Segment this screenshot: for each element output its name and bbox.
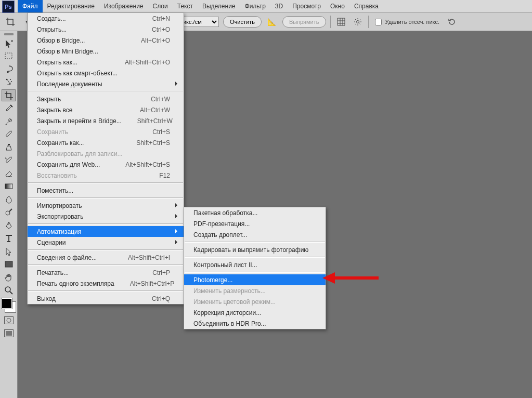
menu-текст[interactable]: Текст [173,0,198,12]
delete-cropped-checkbox[interactable]: Удалить отсеч. пикс. [373,17,440,27]
menu-item-label: Открыть как... [37,59,109,66]
blur-tool[interactable] [2,193,16,205]
menu-фильтр[interactable]: Фильтр [240,0,270,12]
menu-separator [28,197,183,198]
menu-separator [28,91,183,92]
move-tool[interactable] [2,37,16,49]
separator [368,16,369,28]
reset-icon[interactable] [446,16,458,28]
brush-tool[interactable] [2,128,16,140]
menu-справка[interactable]: Справка [349,0,383,12]
menu-item-shortcut: Alt+Shift+Ctrl+O [125,59,170,66]
dodge-tool[interactable] [2,206,16,218]
file-menu-item-23[interactable]: Сценарии [28,237,184,248]
automation-item-0[interactable]: Пакетная обработка... [184,207,326,218]
file-menu-item-28[interactable]: Печать одного экземпляраAlt+Shift+Ctrl+P [28,278,184,289]
menu-редактирование[interactable]: Редактирование [43,0,99,12]
rectangle-tool[interactable] [2,258,16,270]
menu-item-label: Закрыть и перейти в Bridge... [37,117,122,125]
file-menu-item-9[interactable]: Закрыть всеAlt+Ctrl+W [28,104,184,115]
file-menu-item-12[interactable]: Сохранить как...Shift+Ctrl+S [28,137,184,148]
menu-item-label: Сохранить [37,128,137,136]
file-menu-item-8[interactable]: ЗакрытьCtrl+W [28,94,184,104]
menu-item-label: Создать дроплет... [193,231,312,238]
menu-item-label: Закрыть [37,96,135,103]
tools-panel [0,31,18,398]
menu-item-label: Разблокировать для записи... [37,150,170,157]
file-menu-item-15: ВосстановитьF12 [28,170,184,181]
menu-item-label: Печать одного экземпляра [37,280,114,287]
menu-выделение[interactable]: Выделение [198,0,240,12]
file-menu-item-11: СохранитьCtrl+S [28,126,184,137]
foreground-swatch[interactable] [2,298,12,309]
grid-overlay-icon[interactable] [335,16,347,28]
menu-item-label: Импортировать [37,202,170,209]
hand-tool[interactable] [2,271,16,283]
healing-tool[interactable] [2,115,16,127]
menu-3d[interactable]: 3D [270,0,288,12]
svg-point-2 [6,79,7,81]
path-select-tool[interactable] [2,245,16,257]
menu-item-label: Закрыть все [37,107,124,114]
file-menu-item-19[interactable]: Импортировать [28,200,184,211]
menu-просмотр[interactable]: Просмотр [288,0,326,12]
marquee-tool[interactable] [2,50,16,62]
gradient-tool[interactable] [2,180,16,192]
crop-tool[interactable] [2,89,16,101]
lasso-tool[interactable] [2,63,16,75]
history-brush-tool[interactable] [2,154,16,166]
file-menu-item-6[interactable]: Последние документы [28,78,184,89]
delete-cropped-label: Удалить отсеч. пикс. [385,19,440,25]
menu-item-label: Photomerge... [193,276,312,284]
menu-файл[interactable]: Файл [18,0,43,12]
menu-item-label: Объединить в HDR Pro... [193,320,312,327]
file-menu-item-27[interactable]: Печатать...Ctrl+P [28,267,184,278]
tools-grip[interactable] [0,31,17,37]
file-menu-item-3[interactable]: Обзор в Mini Bridge... [28,46,184,57]
menu-separator [28,264,183,266]
crop-tool-preset-icon[interactable] [4,16,17,28]
automation-item-8[interactable]: Photomerge... [184,274,326,285]
automation-item-12[interactable]: Объединить в HDR Pro... [184,318,326,329]
menu-item-label: Выход [37,295,136,302]
type-tool[interactable] [2,232,16,244]
file-menu-item-30[interactable]: ВыходCtrl+Q [28,293,184,304]
file-menu-item-20[interactable]: Экспортировать [28,211,184,222]
automation-item-6[interactable]: Контрольный лист II... [184,259,326,270]
color-swatches[interactable] [2,298,16,312]
automation-item-2[interactable]: Создать дроплет... [184,229,326,240]
file-menu-item-22[interactable]: Автоматизация [28,226,184,237]
clear-button[interactable]: Очистить [223,16,262,28]
settings-gear-icon[interactable] [352,16,364,28]
automation-item-4[interactable]: Кадрировать и выпрямить фотографию [184,244,326,255]
file-menu-item-4[interactable]: Открыть как...Alt+Shift+Ctrl+O [28,57,184,68]
menu-item-label: Сведения о файле... [37,254,112,261]
eraser-tool[interactable] [2,167,16,179]
file-menu-item-10[interactable]: Закрыть и перейти в Bridge...Shift+Ctrl+… [28,115,184,126]
file-menu-item-17[interactable]: Поместить... [28,185,184,196]
menu-окно[interactable]: Окно [326,0,349,12]
svg-point-10 [7,319,11,323]
file-menu-item-25[interactable]: Сведения о файле...Alt+Shift+Ctrl+I [28,252,184,263]
menu-item-label: Обзор в Mini Bridge... [37,48,170,55]
clone-tool[interactable] [2,141,16,153]
screen-mode-icon[interactable] [2,327,16,339]
file-menu-item-5[interactable]: Открыть как смарт-объект... [28,68,184,78]
file-menu-item-0[interactable]: Создать...Ctrl+N [28,13,184,24]
svg-point-4 [11,81,12,82]
file-menu-item-2[interactable]: Обзор в Bridge...Alt+Ctrl+O [28,35,184,46]
pen-tool[interactable] [2,219,16,231]
eyedropper-tool[interactable] [2,102,16,114]
svg-rect-5 [5,184,12,189]
file-menu-item-1[interactable]: Открыть...Ctrl+O [28,24,184,35]
menu-item-label: Сохранить для Web... [37,161,110,168]
file-menu-item-14[interactable]: Сохранить для Web...Alt+Shift+Ctrl+S [28,159,184,170]
menu-слои[interactable]: Слои [148,0,173,12]
quick-mask-icon[interactable] [2,314,16,326]
automation-item-11[interactable]: Коррекция дисторсии... [184,307,326,318]
zoom-tool[interactable] [2,284,16,296]
menu-item-label: Восстановить [37,172,144,179]
menu-изображение[interactable]: Изображение [99,0,148,12]
quick-select-tool[interactable] [2,76,16,88]
automation-item-1[interactable]: PDF-презентация... [184,218,326,229]
